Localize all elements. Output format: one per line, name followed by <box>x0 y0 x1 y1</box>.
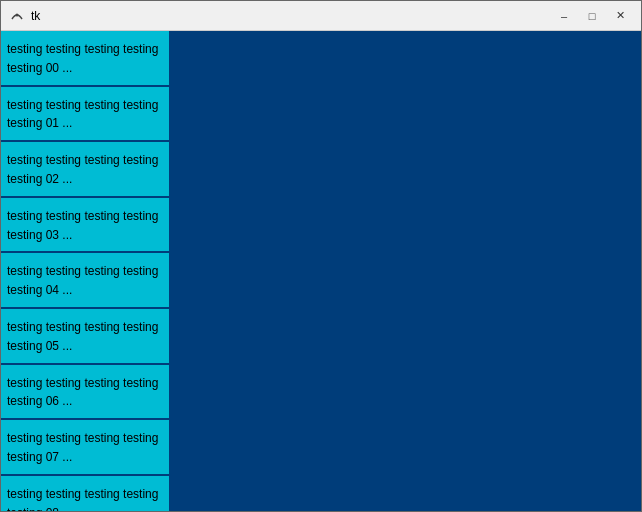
app-icon <box>9 8 25 24</box>
list-item[interactable]: testing testing testing testing testing … <box>1 87 169 143</box>
list-item[interactable]: testing testing testing testing testing … <box>1 142 169 198</box>
list-item-text: testing testing testing testing testing … <box>7 376 158 409</box>
svg-point-0 <box>16 13 19 16</box>
title-bar: tk – □ ✕ <box>1 1 641 31</box>
list-item-text: testing testing testing testing testing … <box>7 431 158 464</box>
list-item-text: testing testing testing testing testing … <box>7 98 158 131</box>
list-item[interactable]: testing testing testing testing testing … <box>1 309 169 365</box>
maximize-button[interactable]: □ <box>579 6 605 26</box>
main-area <box>169 31 641 511</box>
list-item[interactable]: testing testing testing testing testing … <box>1 420 169 476</box>
list-item[interactable]: testing testing testing testing testing … <box>1 476 169 511</box>
list-item[interactable]: testing testing testing testing testing … <box>1 198 169 254</box>
list-panel[interactable]: testing testing testing testing testing … <box>1 31 169 511</box>
list-item-text: testing testing testing testing testing … <box>7 42 158 75</box>
list-item[interactable]: testing testing testing testing testing … <box>1 31 169 87</box>
main-window: tk – □ ✕ testing testing testing testing… <box>0 0 642 512</box>
list-item[interactable]: testing testing testing testing testing … <box>1 365 169 421</box>
window-title: tk <box>31 9 551 23</box>
close-button[interactable]: ✕ <box>607 6 633 26</box>
list-item-text: testing testing testing testing testing … <box>7 209 158 242</box>
list-item-text: testing testing testing testing testing … <box>7 320 158 353</box>
list-item-text: testing testing testing testing testing … <box>7 487 158 511</box>
window-body: testing testing testing testing testing … <box>1 31 641 511</box>
list-item-text: testing testing testing testing testing … <box>7 153 158 186</box>
window-controls: – □ ✕ <box>551 6 633 26</box>
list-item[interactable]: testing testing testing testing testing … <box>1 253 169 309</box>
list-item-text: testing testing testing testing testing … <box>7 264 158 297</box>
minimize-button[interactable]: – <box>551 6 577 26</box>
